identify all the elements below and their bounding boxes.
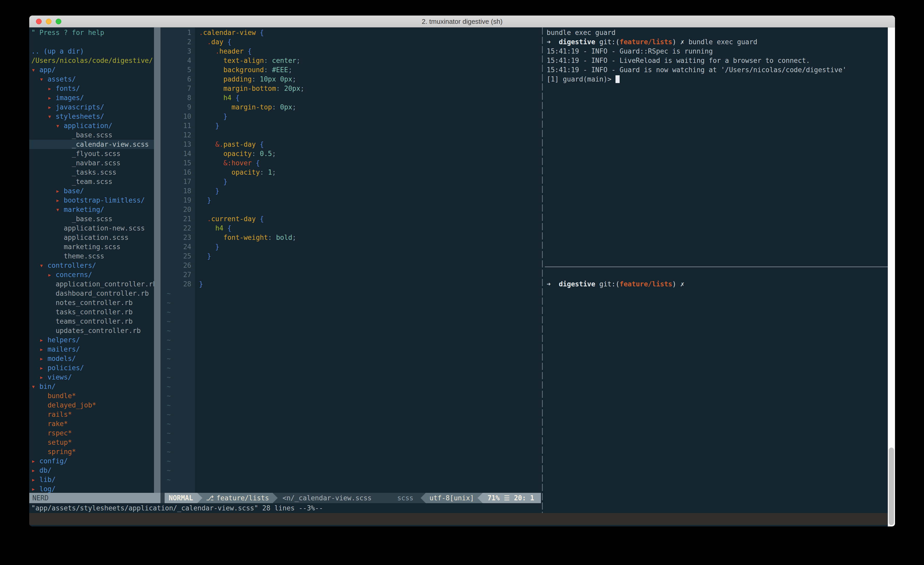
title-bar[interactable]: 2. tmuxinator digestive (sh) bbox=[29, 15, 895, 27]
tree-row[interactable]: ▾ application/ bbox=[29, 121, 154, 130]
editor-line[interactable]: 6 padding: 10px 0px; bbox=[160, 75, 541, 84]
editor-line[interactable]: 22 h4 { bbox=[160, 223, 541, 233]
tree-row[interactable]: ▸ db/ bbox=[29, 466, 154, 475]
editor-line[interactable]: 21 .current-day { bbox=[160, 214, 541, 223]
tree-row[interactable]: ▾ assets/ bbox=[29, 75, 154, 84]
tree-row[interactable]: marketing.scss bbox=[29, 242, 154, 252]
editor-line[interactable]: ~ bbox=[160, 391, 541, 400]
tree-row[interactable]: dashboard_controller.rb bbox=[29, 289, 154, 298]
tree-row[interactable]: ▾ bin/ bbox=[29, 382, 154, 391]
editor-line[interactable]: ~ bbox=[160, 410, 541, 419]
tree-row[interactable]: ▾ controllers/ bbox=[29, 261, 154, 270]
tree-row[interactable] bbox=[29, 37, 154, 46]
editor-line[interactable]: 26 bbox=[160, 261, 541, 270]
tree-row[interactable]: ▸ config/ bbox=[29, 456, 154, 466]
terminal-pane-bottom[interactable]: ➜ digestive git:(feature/lists) ✗ bbox=[547, 279, 886, 289]
editor-line[interactable]: ~ bbox=[160, 363, 541, 373]
editor-line[interactable]: 20 bbox=[160, 205, 541, 214]
editor-line[interactable]: 7 margin-bottom: 20px; bbox=[160, 84, 541, 93]
tree-row[interactable]: rails* bbox=[29, 410, 154, 419]
tree-row[interactable]: ▸ models/ bbox=[29, 354, 154, 363]
tmux-pane-separator-vertical[interactable] bbox=[542, 27, 543, 513]
editor-line[interactable]: 10 } bbox=[160, 112, 541, 121]
tree-row[interactable]: rake* bbox=[29, 419, 154, 429]
editor-line[interactable]: 14 opacity: 0.5; bbox=[160, 149, 541, 158]
editor-line[interactable]: ~ bbox=[160, 400, 541, 410]
editor-line[interactable]: ~ bbox=[160, 466, 541, 475]
tree-row[interactable]: ▸ views/ bbox=[29, 373, 154, 382]
editor-line[interactable]: ~ bbox=[160, 373, 541, 382]
tree-row[interactable]: _team.scss bbox=[29, 177, 154, 186]
tree-row[interactable]: ▸ lib/ bbox=[29, 475, 154, 484]
tree-row[interactable]: ▾ app/ bbox=[29, 65, 154, 75]
tree-row[interactable]: spring* bbox=[29, 447, 154, 456]
tree-row[interactable]: setup* bbox=[29, 438, 154, 447]
editor-line[interactable]: 17 } bbox=[160, 177, 541, 186]
tree-row[interactable]: ▸ bootstrap-limitless/ bbox=[29, 196, 154, 205]
tmux-pane-separator-horizontal[interactable] bbox=[545, 267, 888, 267]
editor-line[interactable]: 24 } bbox=[160, 242, 541, 252]
editor-line[interactable]: ~ bbox=[160, 289, 541, 298]
tree-row[interactable]: ▸ images/ bbox=[29, 93, 154, 102]
tree-row[interactable]: notes_controller.rb bbox=[29, 298, 154, 307]
editor-line[interactable]: 18 } bbox=[160, 186, 541, 196]
editor-line[interactable]: 12 bbox=[160, 130, 541, 140]
tree-row[interactable]: rspec* bbox=[29, 429, 154, 438]
tree-row[interactable]: teams_controller.rb bbox=[29, 317, 154, 326]
editor-pane[interactable]: 1.calendar-view {2 .day {3 .header {4 te… bbox=[160, 28, 541, 484]
editor-line[interactable]: ~ bbox=[160, 438, 541, 447]
editor-line[interactable]: ~ bbox=[160, 335, 541, 345]
tree-row[interactable]: /Users/nicolas/code/digestive/ bbox=[29, 56, 154, 65]
editor-line[interactable]: 28} bbox=[160, 279, 541, 289]
editor-line[interactable]: ~ bbox=[160, 456, 541, 466]
tree-row[interactable]: theme.scss bbox=[29, 252, 154, 261]
tree-row[interactable]: " Press ? for help bbox=[29, 28, 154, 37]
editor-line[interactable]: 23 font-weight: bold; bbox=[160, 233, 541, 242]
editor-line[interactable]: ~ bbox=[160, 345, 541, 354]
editor-line[interactable]: ~ bbox=[160, 429, 541, 438]
tree-row[interactable]: ▸ javascripts/ bbox=[29, 102, 154, 112]
tree-row[interactable]: application_controller.rb bbox=[29, 279, 154, 289]
editor-line[interactable]: ~ bbox=[160, 326, 541, 335]
editor-line[interactable]: ~ bbox=[160, 382, 541, 391]
editor-line[interactable]: 16 opacity: 1; bbox=[160, 168, 541, 177]
editor-line[interactable]: 27 bbox=[160, 270, 541, 279]
editor-line[interactable]: ~ bbox=[160, 419, 541, 429]
editor-line[interactable]: 5 background: #EEE; bbox=[160, 65, 541, 75]
editor-line[interactable]: 8 h4 { bbox=[160, 93, 541, 102]
editor-line[interactable]: ~ bbox=[160, 298, 541, 307]
editor-line[interactable]: ~ bbox=[160, 317, 541, 326]
editor-line[interactable]: 15 &:hover { bbox=[160, 158, 541, 168]
tree-row[interactable]: ▸ policies/ bbox=[29, 363, 154, 373]
tree-row[interactable]: ▸ concerns/ bbox=[29, 270, 154, 279]
tree-row[interactable]: _tasks.scss bbox=[29, 168, 154, 177]
editor-line[interactable]: 13 &.past-day { bbox=[160, 140, 541, 149]
tree-row[interactable]: _navbar.scss bbox=[29, 158, 154, 168]
editor-line[interactable]: 3 .header { bbox=[160, 46, 541, 56]
editor-line[interactable]: 9 margin-top: 0px; bbox=[160, 102, 541, 112]
tree-row[interactable]: ▸ mailers/ bbox=[29, 345, 154, 354]
editor-line[interactable]: ~ bbox=[160, 447, 541, 456]
tree-row[interactable]: .. (up a dir) bbox=[29, 46, 154, 56]
terminal-pane-top[interactable]: bundle exec guard➜ digestive git:(featur… bbox=[547, 28, 886, 84]
tree-row[interactable]: _calendar-view.scss bbox=[29, 140, 154, 149]
editor-line[interactable]: ~ bbox=[160, 475, 541, 484]
tree-row[interactable]: _base.scss bbox=[29, 214, 154, 223]
tree-row[interactable]: ▾ stylesheets/ bbox=[29, 112, 154, 121]
editor-line[interactable]: 4 text-align: center; bbox=[160, 56, 541, 65]
editor-line[interactable]: 2 .day { bbox=[160, 37, 541, 46]
tree-row[interactable]: tasks_controller.rb bbox=[29, 307, 154, 317]
tree-row[interactable]: ▸ base/ bbox=[29, 186, 154, 196]
tree-row[interactable]: updates_controller.rb bbox=[29, 326, 154, 335]
tree-row[interactable]: application-new.scss bbox=[29, 223, 154, 233]
tree-row[interactable]: ▸ log/ bbox=[29, 484, 154, 494]
scrollbar-thumb[interactable] bbox=[889, 448, 894, 525]
vim-vertical-split[interactable] bbox=[154, 27, 160, 493]
tree-row[interactable]: ▾ marketing/ bbox=[29, 205, 154, 214]
editor-line[interactable]: 25 } bbox=[160, 252, 541, 261]
tree-row[interactable]: delayed_job* bbox=[29, 400, 154, 410]
editor-line[interactable]: ~ bbox=[160, 307, 541, 317]
editor-line[interactable]: ~ bbox=[160, 354, 541, 363]
tree-row[interactable]: _flyout.scss bbox=[29, 149, 154, 158]
editor-line[interactable]: 1.calendar-view { bbox=[160, 28, 541, 37]
